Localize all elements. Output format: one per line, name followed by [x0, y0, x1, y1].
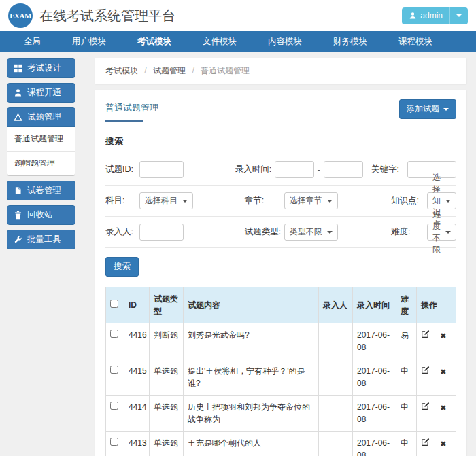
search-form-row-1: 试题ID: 录入时间: - 关键字: [105, 154, 456, 186]
cell-type: 单选题 [150, 396, 184, 432]
nav-item-exam-module[interactable]: 考试模块 [122, 31, 187, 52]
delete-button[interactable] [440, 366, 446, 378]
breadcrumb-separator: / [144, 66, 146, 75]
chevron-down-icon [443, 108, 449, 111]
edit-button[interactable] [421, 366, 430, 378]
entry-person-input[interactable] [139, 224, 184, 241]
sidebar-subitem-normal-question-mgmt[interactable]: 普通试题管理 [7, 127, 75, 151]
chevron-down-icon [327, 231, 333, 234]
delete-button[interactable] [440, 402, 446, 414]
row-checkbox[interactable] [110, 402, 118, 410]
sidebar-item-label: 回收站 [27, 209, 53, 221]
entry-time-label: 录入时间: [235, 164, 275, 175]
date-range-separator: - [318, 165, 320, 175]
user-icon [409, 12, 417, 20]
nav-item-user-module[interactable]: 用户模块 [56, 31, 122, 52]
cell-entry-person [319, 359, 353, 396]
entry-time-field-group: 录入时间: - [235, 161, 371, 178]
sidebar-item-paper-mgmt[interactable]: 试卷管理 [7, 181, 75, 200]
row-checkbox[interactable] [110, 438, 118, 446]
select-all-checkbox[interactable] [110, 300, 118, 308]
grid-icon [14, 64, 22, 73]
breadcrumb-item-question-mgmt[interactable]: 试题管理 [153, 66, 186, 75]
layout: 考试设计 课程开通 试题管理 普通试题管理 题帽题管理 [0, 52, 476, 456]
chapter-field-group: 章节: 选择章节 [245, 192, 391, 209]
chevron-down-icon [327, 200, 333, 203]
entry-person-label: 录入人: [105, 226, 139, 238]
page-title: 普通试题管理 [105, 99, 158, 114]
sidebar-item-batch-tools[interactable]: 批量工具 [7, 230, 75, 249]
cell-content: 历史上把项羽和刘邦为争夺帝位的战争称为 [184, 396, 319, 432]
sidebar-item-course-open[interactable]: 课程开通 [7, 83, 75, 103]
exam-logo: EXAM [8, 3, 33, 28]
row-checkbox[interactable] [110, 330, 118, 338]
sidebar-item-exam-design[interactable]: 考试设计 [7, 58, 75, 78]
cell-entry-time: 2017-06-08 [353, 396, 396, 432]
edit-icon [421, 402, 430, 410]
nav-item-course-module[interactable]: 课程模块 [383, 31, 448, 52]
chapter-select[interactable]: 选择章节 [284, 192, 338, 209]
edit-icon [421, 330, 430, 338]
search-form-row-3: 录入人: 试题类型: 类型不限 难度: 难度不限 [105, 217, 456, 248]
nav-item-file-module[interactable]: 文件模块 [187, 31, 252, 52]
trash-icon [14, 211, 22, 220]
chevron-down-icon [445, 231, 451, 234]
nav-item-finance-module[interactable]: 财务模块 [318, 31, 383, 52]
row-checkbox[interactable] [110, 366, 118, 374]
entry-time-end-input[interactable] [324, 161, 363, 178]
difficulty-select[interactable]: 难度不限 [427, 224, 456, 241]
chapter-select-value: 选择章节 [290, 195, 322, 207]
difficulty-label: 难度: [391, 226, 427, 238]
cell-difficulty: 易 [396, 323, 417, 359]
cell-entry-time: 2017-06-08 [353, 323, 396, 359]
col-header-id: ID [124, 287, 150, 323]
keyword-field-group: 关键字: [371, 161, 456, 178]
question-id-input[interactable] [139, 161, 184, 178]
question-type-select[interactable]: 类型不限 [284, 224, 338, 241]
edit-button[interactable] [421, 402, 430, 414]
question-id-label: 试题ID: [105, 164, 139, 175]
col-header-difficulty: 难度 [396, 287, 417, 323]
edit-button[interactable] [421, 330, 430, 342]
select-all-cell [106, 287, 124, 323]
subject-select[interactable]: 选择科目 [139, 192, 193, 209]
cell-id: 4415 [124, 359, 150, 396]
app-title: 在线考试系统管理平台 [39, 7, 175, 25]
cell-type: 单选题 [150, 432, 184, 456]
difficulty-field-group: 难度: 难度不限 [391, 224, 456, 241]
nav-item-content-module[interactable]: 内容模块 [252, 31, 318, 52]
sidebar-item-question-mgmt[interactable]: 试题管理 [7, 107, 75, 127]
breadcrumb-item-current: 普通试题管理 [201, 66, 250, 75]
edit-icon [421, 366, 430, 374]
knowledge-select[interactable]: 选择知识点 [427, 192, 456, 209]
delete-button[interactable] [440, 438, 446, 450]
col-header-content: 试题内容 [184, 287, 319, 323]
cell-entry-time: 2017-06-08 [353, 359, 396, 396]
knowledge-field-group: 知识点: 选择知识点 [391, 192, 456, 209]
wrench-icon [14, 235, 22, 244]
question-type-label: 试题类型: [245, 226, 284, 238]
keyword-input[interactable] [407, 161, 456, 178]
cell-id: 4414 [124, 396, 150, 432]
sidebar-group-question-mgmt: 试题管理 普通试题管理 题帽题管理 [7, 107, 75, 176]
question-id-field-group: 试题ID: [105, 161, 235, 178]
user-menu-button[interactable]: admin [402, 7, 449, 24]
entry-time-start-input[interactable] [275, 161, 314, 178]
page: EXAM 在线考试系统管理平台 admin 全局 用户模块 考试模块 文件模块 … [0, 0, 476, 456]
user-dropdown-toggle[interactable] [449, 7, 468, 24]
knowledge-label: 知识点: [391, 195, 427, 207]
breadcrumb-item-exam-module[interactable]: 考试模块 [105, 66, 138, 75]
edit-button[interactable] [421, 438, 430, 450]
sidebar-item-label: 考试设计 [27, 63, 61, 74]
nav-item-global[interactable]: 全局 [8, 31, 56, 52]
question-type-select-value: 类型不限 [290, 226, 322, 238]
cell-id: 4413 [124, 432, 150, 456]
sidebar-item-recycle-bin[interactable]: 回收站 [7, 205, 75, 225]
search-button[interactable]: 搜索 [105, 257, 139, 277]
user-split-button[interactable]: admin [402, 7, 468, 24]
warning-triangle-icon [14, 113, 22, 122]
panel-title-wrap: 普通试题管理 [105, 99, 158, 122]
delete-button[interactable] [440, 330, 446, 342]
sidebar-subitem-cap-question-mgmt[interactable]: 题帽题管理 [7, 151, 75, 175]
add-question-button[interactable]: 添加试题 [399, 99, 456, 119]
